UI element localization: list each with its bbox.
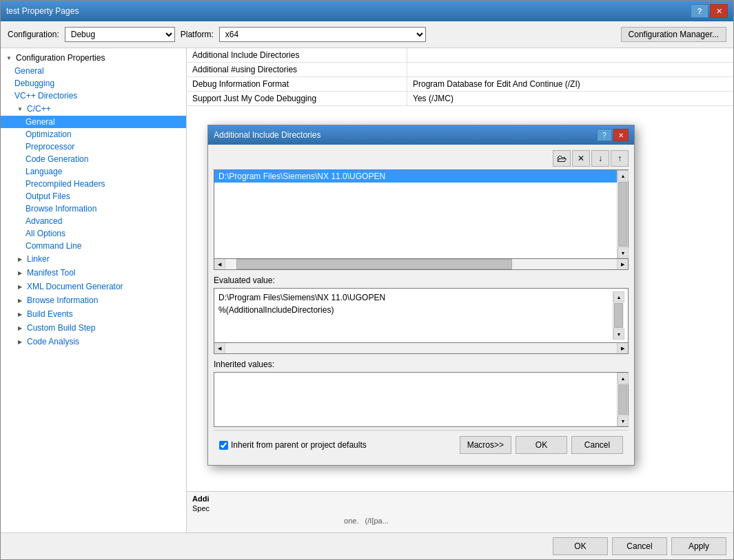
tree-item-browse-info[interactable]: Browse Information (1, 203, 186, 215)
tree-item-language[interactable]: Language (1, 165, 186, 178)
dialog-cancel-button[interactable]: Cancel (571, 436, 623, 454)
xml-expand-icon: ▶ (14, 281, 26, 292)
eval-h-left[interactable]: ◀ (214, 343, 225, 353)
code-analysis-expand-icon: ▶ (14, 336, 26, 347)
eval-scroll-down[interactable]: ▼ (613, 329, 624, 340)
tree-item-output-files[interactable]: Output Files (1, 190, 186, 203)
prop-name-just-my-code: Support Just My Code Debugging (187, 92, 407, 105)
tree-item-xml-doc[interactable]: ▶ XML Document Generator (1, 280, 186, 293)
dialog-help-button[interactable]: ? (597, 129, 612, 141)
tree-label-language: Language (26, 167, 62, 176)
h-scroll-left[interactable]: ◀ (214, 259, 225, 269)
tree-item-custom-build[interactable]: ▶ Custom Build Step (1, 321, 186, 335)
scrollbar-down-arrow[interactable]: ▼ (618, 247, 629, 258)
inherited-value-box: ▲ ▼ (214, 372, 629, 427)
tree-label-debugging: Debugging (14, 79, 54, 88)
platform-dropdown[interactable]: x64 (219, 27, 426, 42)
tree-item-code-gen[interactable]: Code Generation (1, 153, 186, 165)
bottom-description: Addi Spec one. (/I[pa... (187, 491, 733, 532)
prop-name-additional-using: Additional #using Directories (187, 63, 407, 76)
tree-item-cmd-line[interactable]: Command Line (1, 240, 186, 252)
eval-h-right[interactable]: ▶ (617, 343, 628, 353)
tree-label-browse-info: Browse Information (26, 204, 96, 214)
prop-value-just-my-code: Yes (/JMC) (407, 92, 733, 105)
tree-label-advanced: Advanced (26, 216, 62, 226)
close-button[interactable]: ✕ (710, 4, 728, 18)
directory-list[interactable]: D:\Program Files\Siemens\NX 11.0\UGOPEN (214, 170, 617, 258)
tree-item-preprocessor[interactable]: Preprocessor (1, 141, 186, 153)
tree-item-advanced[interactable]: Advanced (1, 215, 186, 227)
h-scroll-thumb[interactable] (236, 259, 512, 269)
config-manager-button[interactable]: Configuration Manager... (621, 27, 726, 42)
tree-label-code-gen: Code Generation (26, 154, 88, 164)
eval-scrollbar[interactable]: ▲ ▼ (613, 291, 624, 340)
tree-item-precompiled[interactable]: Precompiled Headers (1, 178, 186, 190)
dialog-bottom: Inherit from parent or project defaults … (214, 430, 629, 459)
tree-label-all-options: All Options (26, 229, 65, 238)
dialog-close-button[interactable]: ✕ (613, 129, 629, 141)
tree-label-preprocessor: Preprocessor (26, 142, 74, 152)
move-down-button[interactable]: ↓ (591, 150, 609, 167)
tree-item-general[interactable]: General (1, 65, 186, 77)
add-folder-button[interactable]: 🗁 (553, 150, 571, 167)
tree-item-vc-dirs[interactable]: VC++ Directories (1, 90, 186, 102)
tree-label-cpp: C/C++ (27, 104, 51, 114)
tree-item-linker[interactable]: ▶ Linker (1, 252, 186, 266)
tree-label-vc-dirs: VC++ Directories (14, 91, 77, 101)
inherited-scroll-thumb[interactable] (618, 384, 627, 415)
eval-h-scrollbar[interactable]: ◀ ▶ (214, 343, 629, 354)
tree-label-xml-doc: XML Document Generator (27, 282, 123, 291)
inherit-checkbox-label[interactable]: Inherit from parent or project defaults (219, 440, 367, 450)
tree-item-debugging[interactable]: Debugging (1, 77, 186, 90)
scrollbar-thumb[interactable] (618, 182, 627, 247)
ok-button[interactable]: OK (553, 537, 608, 555)
h-scroll-right[interactable]: ▶ (617, 259, 628, 269)
config-bar: Configuration: Debug Platform: x64 Confi… (1, 21, 733, 48)
help-button[interactable]: ? (691, 4, 708, 18)
tree-label-build-events: Build Events (27, 309, 73, 319)
dialog-ok-button[interactable]: OK (516, 436, 567, 454)
tree-label-general: General (14, 66, 44, 76)
evaluated-value-box: D:\Program Files\Siemens\NX 11.0\UGOPEN … (214, 288, 629, 343)
inherited-scroll-down[interactable]: ▼ (618, 415, 629, 426)
tree-item-cpp-general[interactable]: General (1, 116, 186, 128)
dir-h-scrollbar[interactable]: ◀ ▶ (214, 259, 629, 270)
macros-button[interactable]: Macros>> (460, 436, 511, 454)
prop-name-additional-include: Additional Include Directories (187, 48, 407, 62)
inherited-scrollbar[interactable]: ▲ ▼ (617, 373, 628, 426)
directory-list-container: D:\Program Files\Siemens\NX 11.0\UGOPEN … (214, 169, 629, 259)
inherited-content (214, 373, 617, 426)
tree-item-config-props[interactable]: ▼ Configuration Properties (1, 51, 186, 65)
inherit-checkbox[interactable] (219, 441, 228, 450)
dir-list-scrollbar[interactable]: ▲ ▼ (617, 170, 628, 258)
move-up-button[interactable]: ↑ (611, 150, 629, 167)
title-bar: test Property Pages ? ✕ (1, 1, 733, 21)
dialog-toolbar: 🗁 ✕ ↓ ↑ (214, 150, 629, 167)
bottom-value-line1: one. (/I[pa... (192, 517, 389, 525)
tree-item-optimization[interactable]: Optimization (1, 128, 186, 141)
tree-item-all-options[interactable]: All Options (1, 227, 186, 240)
cancel-button[interactable]: Cancel (612, 537, 667, 555)
tree-label-config-props: Configuration Properties (16, 53, 105, 63)
prop-row-additional-include: Additional Include Directories (187, 48, 733, 63)
apply-button[interactable]: Apply (671, 537, 726, 555)
evaluated-content: D:\Program Files\Siemens\NX 11.0\UGOPEN … (218, 291, 613, 340)
scrollbar-up-arrow[interactable]: ▲ (618, 170, 629, 181)
tree-label-browse-info-root: Browse Information (27, 295, 98, 305)
delete-button[interactable]: ✕ (572, 150, 590, 167)
expand-icon: ▼ (3, 52, 14, 63)
inherited-scroll-up[interactable]: ▲ (618, 373, 629, 384)
eval-scroll-up[interactable]: ▲ (613, 291, 624, 302)
main-window: test Property Pages ? ✕ Configuration: D… (0, 0, 734, 560)
tree-item-manifest-tool[interactable]: ▶ Manifest Tool (1, 266, 186, 280)
tree-item-build-events[interactable]: ▶ Build Events (1, 307, 186, 321)
prop-name-debug-info: Debug Information Format (187, 77, 407, 91)
dialog-additional-include: Additional Include Directories ? ✕ 🗁 ✕ ↓… (207, 125, 635, 466)
configuration-dropdown[interactable]: Debug (65, 27, 175, 42)
manifest-expand-icon: ▶ (14, 267, 26, 278)
tree-item-browse-info-root[interactable]: ▶ Browse Information (1, 293, 186, 307)
tree-item-cpp[interactable]: ▼ C/C++ (1, 102, 186, 116)
tree-item-code-analysis[interactable]: ▶ Code Analysis (1, 335, 186, 349)
dir-item-0[interactable]: D:\Program Files\Siemens\NX 11.0\UGOPEN (214, 170, 617, 183)
eval-scroll-thumb[interactable] (614, 303, 623, 328)
